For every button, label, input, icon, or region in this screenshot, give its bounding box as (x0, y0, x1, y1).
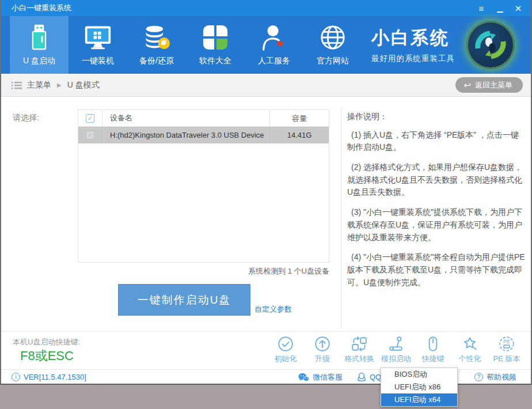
tool-label: PE 版本 (493, 354, 520, 364)
brand-slogan: 最好用的系统重装工具 (371, 54, 455, 64)
device-table: ✓ 设备名 容量 ✓ H:(hd2)Kingston DataTraveler … (78, 109, 329, 263)
device-table-header: ✓ 设备名 容量 (78, 110, 329, 127)
tool-upgrade[interactable]: 升级 (306, 335, 339, 364)
nav-label: 一键装机 (82, 56, 114, 66)
hotkey-value: F8或ESC (20, 347, 74, 365)
info-icon: i (12, 373, 20, 381)
window-controls: ≡ ▁ ✕ (477, 4, 523, 13)
four-squares-icon (202, 24, 229, 51)
version-text: VER[11.5.47.1530] (24, 373, 86, 381)
instructions-panel: 操作说明： (1) 插入U盘，右下角选择 “PE版本” ，点击一键制作启动U盘。… (347, 111, 525, 296)
breadcrumb-bar: 主菜单 ▶ U 盘模式 ↩ 返回主菜单 (1, 74, 531, 97)
up-arrow-circle-icon (314, 335, 331, 353)
chevron-right-icon: ▶ (57, 82, 62, 88)
person-heart-icon (260, 24, 288, 51)
header-checkbox-cell: ✓ (78, 110, 102, 126)
globe-icon (319, 24, 347, 51)
window-title: 小白一键重装系统 (12, 3, 71, 13)
nav-item-install[interactable]: 一键装机 (69, 16, 127, 74)
tool-initialize[interactable]: 初始化 (269, 335, 302, 364)
titlebar: 小白一键重装系统 ≡ ▁ ✕ (1, 0, 531, 16)
make-boot-usb-button[interactable]: 一键制作启动U盘 (118, 284, 250, 316)
main-content: 请选择: ✓ 设备名 容量 ✓ H:(hd2)Kingston DataTrav… (1, 97, 531, 331)
tool-hotkey[interactable]: 快捷键 (417, 335, 449, 364)
nav-item-support[interactable]: 人工服务 (245, 16, 303, 74)
tool-label: 初始化 (275, 354, 297, 364)
star-icon (461, 335, 478, 353)
popup-item-bios[interactable]: BIOS启动 (381, 368, 457, 381)
help-video-link[interactable]: ? 帮助视频 (474, 370, 516, 384)
popup-item-uefi-x86[interactable]: UEFI启动 x86 (381, 381, 457, 393)
hotkey-label: 本机U盘启动快捷键: (13, 337, 80, 347)
version-info: i VER[11.5.47.1530] (12, 370, 86, 384)
nav-label: 人工服务 (258, 56, 290, 66)
tool-label: 升级 (315, 354, 330, 364)
usb-drive-icon (25, 24, 53, 51)
device-table-row[interactable]: ✓ H:(hd2)Kingston DataTraveler 3.0 USB D… (78, 127, 329, 143)
joystick-icon (387, 335, 405, 353)
brand-name: 小白系统 (371, 26, 450, 50)
tool-pe-version[interactable]: PE PE 版本 (491, 335, 523, 364)
bottom-toolbar: 本机U盘启动快捷键: F8或ESC 初始化 (1, 331, 531, 369)
tool-format-convert[interactable]: 格式转换 (343, 335, 375, 364)
tool-label: 格式转换 (344, 354, 374, 364)
tool-label: 模拟启动 (381, 354, 411, 364)
pe-badge-icon: PE (498, 335, 515, 353)
check-circle-icon (277, 335, 294, 353)
nav-label: 软件大全 (199, 56, 231, 66)
convert-icon (351, 335, 368, 353)
qq-label: QQ (370, 373, 381, 381)
usb-detect-status: 系统检测到 1 个U盘设备 (174, 266, 329, 277)
instruction-step: (2) 选择格式化方式，如果用户想保存U盘数据，就选择格式化U盘且不丢失数据，否… (347, 161, 525, 199)
capacity-header: 容量 (269, 110, 329, 126)
brand-logo-icon (466, 21, 515, 69)
nav-label: U 盘启动 (23, 56, 55, 66)
breadcrumb-current: U 盘模式 (67, 80, 100, 90)
instructions-title: 操作说明： (347, 111, 525, 123)
question-icon: ? (474, 373, 483, 381)
breadcrumb-root[interactable]: 主菜单 (27, 80, 51, 90)
qq-icon (357, 372, 366, 383)
tool-label: 快捷键 (422, 354, 444, 364)
svg-text:PE: PE (503, 339, 510, 344)
nav-item-website[interactable]: 官方网站 (303, 16, 362, 74)
tool-simulate-boot[interactable]: 模拟启动 (380, 335, 412, 364)
back-to-main-button[interactable]: ↩ 返回主菜单 (455, 77, 523, 93)
menu-icon[interactable]: ≡ (477, 4, 486, 13)
nav-item-software[interactable]: 软件大全 (186, 16, 245, 74)
instruction-step: (4) "小白一键重装系统"将全程自动为用户提供PE版本下载及系统下载至U盘，只… (347, 251, 525, 289)
minimize-icon[interactable]: ▁ (495, 5, 504, 12)
select-label: 请选择: (13, 113, 39, 123)
back-button-label: 返回主菜单 (475, 80, 512, 90)
brand-block: 小白系统 最好用的系统重装工具 (371, 16, 455, 74)
help-label: 帮助视频 (487, 372, 516, 383)
capacity-cell: 14.41G (269, 127, 329, 143)
nav-item-usb-boot[interactable]: U 盘启动 (10, 16, 69, 74)
wechat-support-link[interactable]: 微信客服 (298, 370, 343, 384)
monitor-icon (84, 24, 112, 51)
boot-mode-popup: BIOS启动 UEFI启动 x86 UEFI启动 x64 (381, 368, 458, 407)
nav-item-backup-restore[interactable]: 备份/还原 (127, 16, 186, 74)
qq-support-link[interactable]: QQ (357, 370, 381, 384)
instruction-step: (1) 插入U盘，右下角选择 “PE版本” ，点击一键制作启动U盘。 (347, 129, 525, 154)
device-name-header: 设备名 (102, 113, 269, 123)
row-checkbox-cell: ✓ (78, 127, 102, 143)
instruction-step: (3) "小白一键重装系统"提供系统下载，为用户下载系统保存至U盘，保证用户有系… (347, 206, 525, 244)
tool-personalize[interactable]: 个性化 (454, 335, 486, 364)
tools-row: 初始化 升级 (269, 335, 523, 364)
custom-params-link[interactable]: 自定义参数 (254, 304, 292, 315)
device-name-cell: H:(hd2)Kingston DataTraveler 3.0 USB Dev… (102, 131, 269, 139)
device-checkbox[interactable]: ✓ (86, 131, 94, 139)
nav-label: 备份/还原 (139, 56, 174, 66)
mouse-icon (424, 335, 442, 353)
section-divider (341, 107, 341, 328)
back-arrow-icon: ↩ (463, 81, 471, 89)
wechat-icon (298, 373, 309, 382)
close-icon[interactable]: ✕ (514, 4, 523, 13)
app-window: 小白一键重装系统 ≡ ▁ ✕ U 盘启动 (0, 0, 532, 385)
wechat-label: 微信客服 (313, 372, 343, 383)
popup-item-uefi-x64[interactable]: UEFI启动 x64 (381, 393, 457, 406)
list-icon (12, 81, 22, 89)
database-icon (143, 24, 170, 51)
select-all-checkbox[interactable]: ✓ (86, 114, 94, 123)
